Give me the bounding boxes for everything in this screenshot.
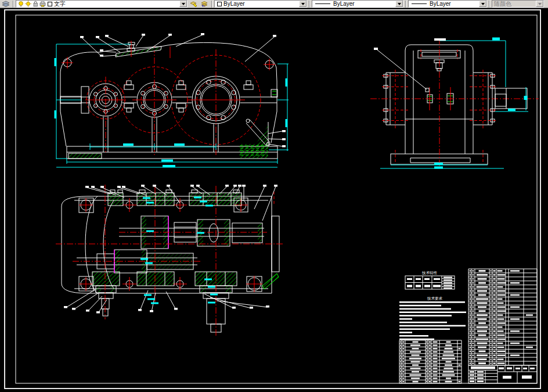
drawing-canvas-svg: 技术特性 技术要求 xyxy=(0,8,548,392)
current-plot-style-value: 随颜色 xyxy=(494,1,511,8)
bulb-icon[interactable] xyxy=(18,1,24,7)
gearbox-front-view xyxy=(55,41,289,167)
inspection-cover xyxy=(116,41,170,58)
layer-previous-icon xyxy=(200,1,208,8)
shaft-stubs xyxy=(102,299,225,332)
layer-combo-dropdown-arrow[interactable] xyxy=(179,1,187,7)
oil-level-gauge xyxy=(246,119,270,146)
tech-req-title: 技术要求 xyxy=(427,296,443,301)
current-layer-name: 文字 xyxy=(54,1,66,8)
make-object-layer-current-icon xyxy=(189,1,197,8)
color-combo-dropdown-arrow[interactable] xyxy=(299,1,307,7)
tech-spec-title: 技术特性 xyxy=(421,271,438,275)
gearbox-plan-section-view xyxy=(56,185,284,336)
toolbar-separator xyxy=(211,1,212,8)
current-color-value: ByLayer xyxy=(223,1,245,8)
layer-color-swatch xyxy=(48,2,52,6)
sun-icon[interactable] xyxy=(25,1,31,7)
plot-style-dropdown-arrow xyxy=(536,1,543,7)
printer-icon[interactable] xyxy=(39,1,46,7)
linetype-sample xyxy=(315,3,330,4)
make-object-layer-current-button[interactable] xyxy=(188,0,199,8)
title-block xyxy=(468,365,537,383)
tech-requirements-block: 技术要求 xyxy=(399,296,466,340)
parts-list-table xyxy=(468,269,537,365)
cad-application-window: 文字 ByLayer ByLayer xyxy=(0,0,548,392)
layer-manager-button[interactable] xyxy=(0,0,11,8)
toolbar-separator xyxy=(13,1,14,8)
layer-control-combobox[interactable]: 文字 xyxy=(16,0,188,8)
lineweight-control-combobox[interactable]: ByLayer xyxy=(408,0,487,8)
color-control-combobox[interactable]: ByLayer xyxy=(214,0,307,8)
toolbar-separator xyxy=(309,1,310,8)
secondary-parts-table xyxy=(399,340,462,383)
current-color-swatch xyxy=(217,2,222,6)
lineweight-sample xyxy=(412,3,427,4)
layer-previous-button[interactable] xyxy=(199,0,210,8)
layers-stack-icon xyxy=(2,1,10,8)
plot-style-control-combobox: 随颜色 xyxy=(492,0,544,8)
tech-spec-table: 技术特性 xyxy=(405,271,455,289)
current-linetype-value: ByLayer xyxy=(333,1,355,8)
current-lineweight-value: ByLayer xyxy=(430,1,451,8)
toolbar-separator xyxy=(405,1,406,8)
toolbar-separator xyxy=(489,1,490,8)
layers-properties-toolbar: 文字 ByLayer ByLayer xyxy=(0,0,548,8)
leaders-and-dim-text xyxy=(64,33,286,314)
lock-icon[interactable] xyxy=(33,1,38,7)
linetype-combo-dropdown-arrow[interactable] xyxy=(395,1,403,7)
linetype-control-combobox[interactable]: ByLayer xyxy=(312,0,403,8)
gearbox-side-view xyxy=(370,38,539,169)
lineweight-combo-dropdown-arrow[interactable] xyxy=(479,1,486,7)
model-space-canvas[interactable]: 技术特性 技术要求 xyxy=(0,8,548,392)
